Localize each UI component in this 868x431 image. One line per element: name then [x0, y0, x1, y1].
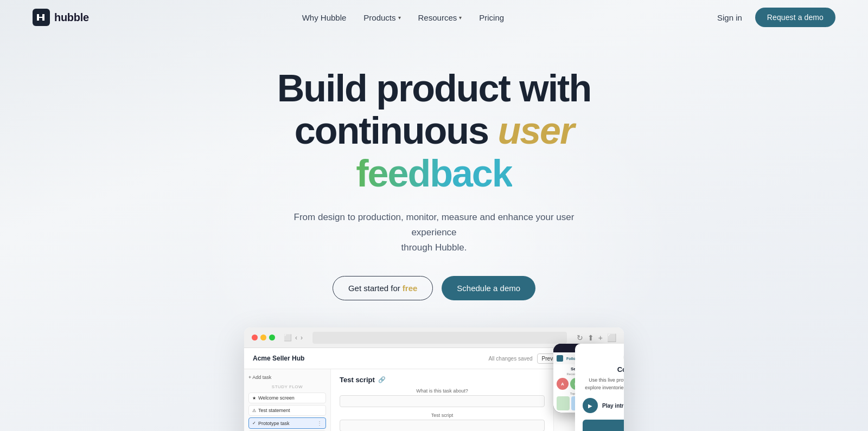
- link-icon: 🔗: [378, 376, 386, 383]
- field2-input[interactable]: [340, 420, 545, 431]
- hero-title-line1: Build product with: [11, 67, 857, 110]
- free-highlight: free: [403, 284, 418, 293]
- hubble-logo-icon: [33, 9, 50, 26]
- concept-title: Concept A: [583, 365, 624, 374]
- add-tab-icon[interactable]: +: [598, 333, 603, 342]
- hero-word-user: user: [497, 110, 573, 152]
- browser-back-arrow-icon[interactable]: ‹: [295, 334, 297, 342]
- maximize-dot: [269, 334, 275, 340]
- reload-icon[interactable]: ↻: [577, 333, 583, 342]
- seller-card-1: [557, 396, 570, 410]
- prototype-task-icon: ✓: [252, 421, 256, 426]
- nav-resources[interactable]: Resources ▾: [418, 13, 462, 22]
- tasks-sidebar: + Add task Study flow ★ Welcome screen ⚠…: [244, 369, 331, 431]
- minimize-dot: [260, 334, 266, 340]
- hero-section: Build product with continuous user feedb…: [0, 35, 868, 431]
- field1-input[interactable]: [340, 395, 545, 407]
- nav-right-actions: Sign in Request a demo: [717, 8, 835, 27]
- share-icon[interactable]: ⬆: [588, 333, 594, 342]
- logo-link[interactable]: hubble: [33, 9, 89, 26]
- browser-traffic-lights: [252, 334, 275, 340]
- logo-text: hubble: [54, 11, 89, 24]
- avatar-1: A: [557, 378, 569, 390]
- nav-why-hubble[interactable]: Why Hubble: [302, 13, 347, 22]
- saved-status: All changes saved: [488, 356, 532, 362]
- task-float-label: Task 1: [623, 353, 624, 361]
- nav-pricing[interactable]: Pricing: [479, 13, 504, 22]
- close-dot: [252, 334, 258, 340]
- concept-description: Use this live prototype, show us how you…: [583, 377, 624, 391]
- products-chevron-icon: ▾: [398, 15, 401, 21]
- hero-title-line2: continuous user: [11, 110, 857, 152]
- play-button[interactable]: ▶: [583, 398, 598, 413]
- hero-word-feedback: feedback: [356, 152, 512, 195]
- play-label: Play intro video: [602, 403, 624, 409]
- browser-back-icon[interactable]: ⬜: [284, 334, 292, 342]
- add-task-button[interactable]: + Add task: [248, 375, 326, 380]
- browser-action-icons: ↻ ⬆ + ⬜: [577, 333, 616, 342]
- navigation: hubble Why Hubble Products ▾ Resources ▾…: [0, 0, 868, 35]
- schedule-demo-button[interactable]: Schedule a demo: [442, 276, 535, 300]
- field2-label: Test script: [340, 413, 545, 418]
- welcome-task-icon: ★: [252, 396, 256, 401]
- task-item-welcome[interactable]: ★ Welcome screen: [248, 393, 326, 403]
- test-task-label: Test statement: [258, 408, 290, 413]
- task-options-icon[interactable]: ⋮: [317, 420, 322, 426]
- task-float-card: Task 1 Concept A Use this live prototype…: [575, 344, 624, 431]
- mobile-hub-logo: [557, 355, 563, 362]
- more-icon[interactable]: ⬜: [607, 333, 616, 342]
- task-item-prototype[interactable]: ✓ Prototype task ⋮: [248, 417, 326, 429]
- nav-links: Why Hubble Products ▾ Resources ▾ Pricin…: [302, 13, 504, 22]
- browser-window: ⬜ ‹ › ↻ ⬆ + ⬜ Acme Seller Hub: [244, 327, 624, 431]
- welcome-task-label: Welcome screen: [258, 395, 295, 401]
- browser-mockup-wrapper: ⬜ ‹ › ↻ ⬆ + ⬜ Acme Seller Hub: [11, 327, 857, 431]
- test-task-icon: ⚠: [252, 408, 256, 413]
- resources-chevron-icon: ▾: [459, 15, 462, 21]
- sign-in-link[interactable]: Sign in: [717, 13, 742, 22]
- app-name: Acme Seller Hub: [253, 355, 304, 362]
- hero-subtitle: From design to production, monitor, meas…: [277, 210, 591, 255]
- script-editor-panel: Test script 🔗 What is this task about? T…: [331, 369, 553, 431]
- study-flow-label: Study flow: [248, 384, 326, 389]
- browser-navigation-controls: ⬜ ‹ ›: [284, 334, 303, 342]
- hero-cta-buttons: Get started for free Schedule a demo: [11, 276, 857, 300]
- nav-products[interactable]: Products ▾: [363, 13, 400, 22]
- float-card-bottom-bar: [583, 420, 624, 431]
- browser-forward-arrow-icon[interactable]: ›: [301, 334, 303, 342]
- prototype-task-label: Prototype task: [258, 421, 290, 426]
- browser-url-bar[interactable]: [312, 332, 567, 344]
- task-item-test[interactable]: ⚠ Test statement: [248, 405, 326, 416]
- get-started-button[interactable]: Get started for free: [333, 276, 433, 300]
- hero-title: Build product with continuous user feedb…: [11, 67, 857, 195]
- play-intro-row: ▶ Play intro video: [583, 398, 624, 413]
- field1-label: What is this task about?: [340, 388, 545, 394]
- hero-title-line3: feedback: [11, 152, 857, 195]
- request-demo-button[interactable]: Request a demo: [755, 8, 835, 27]
- panel-title: Test script 🔗: [340, 376, 545, 384]
